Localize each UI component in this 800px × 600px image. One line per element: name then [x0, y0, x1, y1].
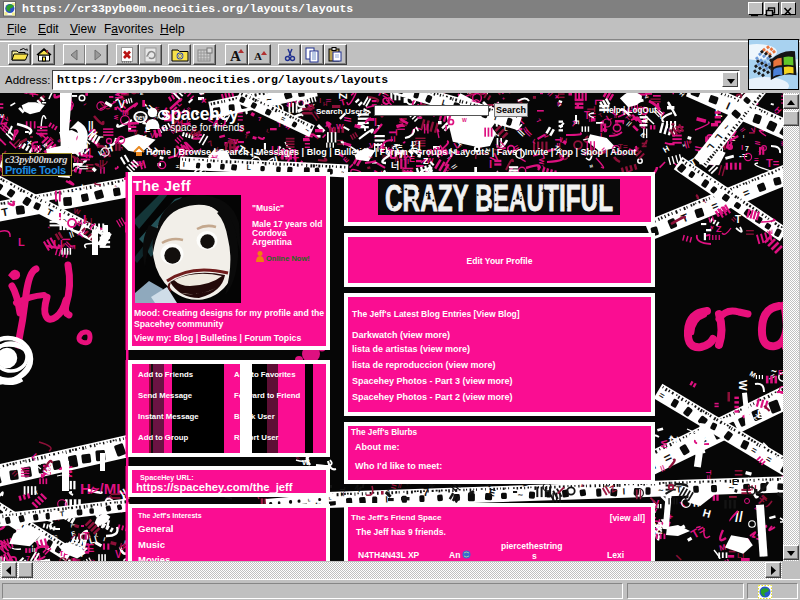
- svg-text:I: I: [183, 161, 185, 168]
- svg-text:A: A: [230, 48, 241, 63]
- svg-text:+: +: [544, 197, 549, 207]
- svg-text:T=: T=: [766, 157, 779, 169]
- svg-text:T=: T=: [338, 487, 347, 497]
- svg-text:spacehey: spacehey: [161, 104, 239, 124]
- svg-text:~: ~: [517, 490, 523, 500]
- svg-text:T: T: [735, 214, 741, 225]
- svg-text:+: +: [502, 95, 505, 101]
- svg-text:I: I: [660, 113, 662, 120]
- svg-text:T=: T=: [704, 470, 713, 480]
- svg-text:V: V: [0, 113, 4, 119]
- svg-text:+: +: [426, 189, 431, 199]
- svg-text:L|: L|: [53, 238, 63, 250]
- svg-text:+: +: [77, 184, 88, 190]
- svg-text:I: I: [622, 486, 625, 496]
- svg-text:A: A: [254, 50, 262, 62]
- svg-text:hey: hey: [135, 114, 147, 122]
- svg-text:W: W: [737, 380, 749, 391]
- svg-text:||: ||: [99, 159, 104, 169]
- svg-text:Z: Z: [423, 156, 429, 166]
- svg-text:+: +: [520, 187, 525, 197]
- svg-text://: //: [735, 509, 743, 525]
- svg-text:E: E: [757, 408, 764, 420]
- svg-text:I: I: [743, 134, 744, 139]
- svg-text://: //: [754, 141, 761, 145]
- svg-text:L|: L|: [73, 559, 81, 561]
- svg-text:H: H: [175, 165, 180, 168]
- svg-text:L|: L|: [85, 216, 92, 225]
- svg-text:W: W: [462, 117, 467, 123]
- svg-text:W: W: [113, 115, 119, 120]
- svg-text:Z: Z: [668, 436, 680, 443]
- svg-text:7: 7: [423, 486, 429, 498]
- svg-text:Z: Z: [645, 118, 648, 124]
- svg-text:T: T: [83, 531, 89, 542]
- svg-text:L: L: [18, 236, 25, 248]
- svg-text:E: E: [87, 542, 94, 554]
- svg-text:W: W: [659, 440, 669, 449]
- svg-text:CRAZY BEAUTIFUL: CRAZY BEAUTIFUL: [385, 179, 613, 215]
- svg-text:~: ~: [658, 485, 664, 495]
- svg-text:7: 7: [377, 124, 380, 130]
- svg-text:7: 7: [745, 145, 749, 152]
- svg-text:E: E: [732, 477, 738, 487]
- svg-text:L|: L|: [391, 160, 399, 170]
- svg-text:a space for friends: a space for friends: [162, 122, 244, 133]
- svg-text://: //: [28, 93, 39, 96]
- svg-text:7: 7: [26, 555, 30, 561]
